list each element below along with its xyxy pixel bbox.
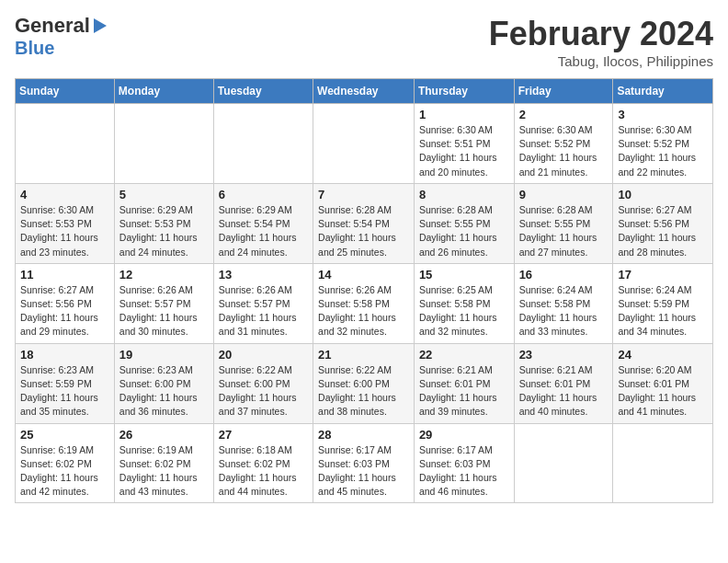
day-number: 14 <box>318 268 409 282</box>
logo-arrow-icon <box>94 18 107 33</box>
calendar-cell <box>313 104 415 184</box>
calendar-cell: 19Sunrise: 6:23 AM Sunset: 6:00 PM Dayli… <box>114 343 213 423</box>
day-detail: Sunrise: 6:17 AM Sunset: 6:03 PM Dayligh… <box>318 443 409 500</box>
calendar-cell: 16Sunrise: 6:24 AM Sunset: 5:58 PM Dayli… <box>514 263 613 343</box>
day-detail: Sunrise: 6:17 AM Sunset: 6:03 PM Dayligh… <box>419 443 509 500</box>
calendar-cell <box>213 104 313 184</box>
col-header-wednesday: Wednesday <box>313 79 415 104</box>
calendar-cell: 4Sunrise: 6:30 AM Sunset: 5:53 PM Daylig… <box>16 183 115 263</box>
day-detail: Sunrise: 6:21 AM Sunset: 6:01 PM Dayligh… <box>419 363 509 419</box>
day-detail: Sunrise: 6:28 AM Sunset: 5:55 PM Dayligh… <box>419 203 509 259</box>
day-detail: Sunrise: 6:23 AM Sunset: 6:00 PM Dayligh… <box>119 363 209 419</box>
day-number: 5 <box>119 188 209 201</box>
day-number: 8 <box>419 188 509 201</box>
calendar-cell: 21Sunrise: 6:22 AM Sunset: 6:00 PM Dayli… <box>313 343 415 423</box>
day-detail: Sunrise: 6:19 AM Sunset: 6:02 PM Dayligh… <box>119 443 209 500</box>
day-detail: Sunrise: 6:30 AM Sunset: 5:52 PM Dayligh… <box>519 123 609 179</box>
calendar-cell: 11Sunrise: 6:27 AM Sunset: 5:56 PM Dayli… <box>16 263 115 343</box>
day-detail: Sunrise: 6:27 AM Sunset: 5:56 PM Dayligh… <box>20 283 109 339</box>
title-block: February 2024 Tabug, Ilocos, Philippines <box>489 15 713 69</box>
page-header: General Blue February 2024 Tabug, Ilocos… <box>15 15 713 69</box>
day-detail: Sunrise: 6:24 AM Sunset: 5:58 PM Dayligh… <box>519 283 609 339</box>
col-header-monday: Monday <box>114 79 213 104</box>
day-number: 13 <box>219 268 308 282</box>
calendar-cell: 29Sunrise: 6:17 AM Sunset: 6:03 PM Dayli… <box>414 423 514 503</box>
location-subtitle: Tabug, Ilocos, Philippines <box>489 53 713 69</box>
col-header-sunday: Sunday <box>16 79 115 104</box>
day-detail: Sunrise: 6:28 AM Sunset: 5:55 PM Dayligh… <box>519 203 609 259</box>
calendar-cell: 18Sunrise: 6:23 AM Sunset: 5:59 PM Dayli… <box>16 343 115 423</box>
day-detail: Sunrise: 6:26 AM Sunset: 5:57 PM Dayligh… <box>219 283 308 339</box>
logo-blue: Blue <box>15 38 54 58</box>
day-number: 9 <box>519 188 609 201</box>
day-number: 4 <box>20 188 109 201</box>
calendar-cell: 27Sunrise: 6:18 AM Sunset: 6:02 PM Dayli… <box>213 423 313 503</box>
day-detail: Sunrise: 6:29 AM Sunset: 5:53 PM Dayligh… <box>119 203 209 259</box>
day-number: 6 <box>219 188 308 201</box>
calendar-cell: 25Sunrise: 6:19 AM Sunset: 6:02 PM Dayli… <box>16 423 115 503</box>
day-detail: Sunrise: 6:27 AM Sunset: 5:56 PM Dayligh… <box>618 203 708 259</box>
calendar-week-2: 11Sunrise: 6:27 AM Sunset: 5:56 PM Dayli… <box>16 263 713 343</box>
day-number: 16 <box>519 268 609 282</box>
calendar-cell <box>114 104 213 184</box>
day-number: 22 <box>419 348 509 362</box>
day-number: 28 <box>318 428 409 442</box>
calendar-cell: 5Sunrise: 6:29 AM Sunset: 5:53 PM Daylig… <box>114 183 213 263</box>
calendar-cell: 23Sunrise: 6:21 AM Sunset: 6:01 PM Dayli… <box>514 343 613 423</box>
col-header-tuesday: Tuesday <box>213 79 313 104</box>
day-number: 3 <box>618 108 708 121</box>
calendar-cell: 17Sunrise: 6:24 AM Sunset: 5:59 PM Dayli… <box>613 263 713 343</box>
logo: General Blue <box>15 15 107 59</box>
day-number: 19 <box>119 348 209 362</box>
calendar-cell: 12Sunrise: 6:26 AM Sunset: 5:57 PM Dayli… <box>114 263 213 343</box>
day-detail: Sunrise: 6:23 AM Sunset: 5:59 PM Dayligh… <box>20 363 109 419</box>
col-header-friday: Friday <box>514 79 613 104</box>
day-detail: Sunrise: 6:29 AM Sunset: 5:54 PM Dayligh… <box>219 203 308 259</box>
col-header-thursday: Thursday <box>414 79 514 104</box>
calendar-week-0: 1Sunrise: 6:30 AM Sunset: 5:51 PM Daylig… <box>16 104 713 184</box>
calendar-cell: 9Sunrise: 6:28 AM Sunset: 5:55 PM Daylig… <box>514 183 613 263</box>
day-number: 21 <box>318 348 409 362</box>
calendar-cell: 1Sunrise: 6:30 AM Sunset: 5:51 PM Daylig… <box>414 104 514 184</box>
day-number: 10 <box>618 188 708 201</box>
day-number: 20 <box>219 348 308 362</box>
day-detail: Sunrise: 6:19 AM Sunset: 6:02 PM Dayligh… <box>20 443 109 500</box>
calendar-cell: 8Sunrise: 6:28 AM Sunset: 5:55 PM Daylig… <box>414 183 514 263</box>
day-number: 23 <box>519 348 609 362</box>
day-number: 1 <box>419 108 509 121</box>
calendar-cell <box>613 423 713 503</box>
calendar-header-row: SundayMondayTuesdayWednesdayThursdayFrid… <box>16 79 713 104</box>
calendar-cell: 10Sunrise: 6:27 AM Sunset: 5:56 PM Dayli… <box>613 183 713 263</box>
col-header-saturday: Saturday <box>613 79 713 104</box>
calendar-cell: 3Sunrise: 6:30 AM Sunset: 5:52 PM Daylig… <box>613 104 713 184</box>
day-number: 12 <box>119 268 209 282</box>
calendar-cell <box>16 104 115 184</box>
day-detail: Sunrise: 6:24 AM Sunset: 5:59 PM Dayligh… <box>618 283 708 339</box>
calendar-week-4: 25Sunrise: 6:19 AM Sunset: 6:02 PM Dayli… <box>16 423 713 503</box>
calendar-week-3: 18Sunrise: 6:23 AM Sunset: 5:59 PM Dayli… <box>16 343 713 423</box>
calendar-cell: 24Sunrise: 6:20 AM Sunset: 6:01 PM Dayli… <box>613 343 713 423</box>
month-title: February 2024 <box>489 15 713 53</box>
day-detail: Sunrise: 6:28 AM Sunset: 5:54 PM Dayligh… <box>318 203 409 259</box>
day-detail: Sunrise: 6:30 AM Sunset: 5:51 PM Dayligh… <box>419 123 509 179</box>
day-number: 17 <box>618 268 708 282</box>
day-number: 29 <box>419 428 509 442</box>
day-detail: Sunrise: 6:30 AM Sunset: 5:52 PM Dayligh… <box>618 123 708 179</box>
day-number: 11 <box>20 268 109 282</box>
day-detail: Sunrise: 6:20 AM Sunset: 6:01 PM Dayligh… <box>618 363 708 419</box>
calendar-cell: 20Sunrise: 6:22 AM Sunset: 6:00 PM Dayli… <box>213 343 313 423</box>
calendar-cell: 28Sunrise: 6:17 AM Sunset: 6:03 PM Dayli… <box>313 423 415 503</box>
calendar-cell: 15Sunrise: 6:25 AM Sunset: 5:58 PM Dayli… <box>414 263 514 343</box>
calendar-cell: 6Sunrise: 6:29 AM Sunset: 5:54 PM Daylig… <box>213 183 313 263</box>
day-number: 25 <box>20 428 109 442</box>
day-number: 7 <box>318 188 409 201</box>
day-number: 15 <box>419 268 509 282</box>
day-number: 27 <box>219 428 308 442</box>
day-number: 26 <box>119 428 209 442</box>
day-detail: Sunrise: 6:30 AM Sunset: 5:53 PM Dayligh… <box>20 203 109 259</box>
calendar-cell: 13Sunrise: 6:26 AM Sunset: 5:57 PM Dayli… <box>213 263 313 343</box>
calendar-table: SundayMondayTuesdayWednesdayThursdayFrid… <box>15 78 713 503</box>
logo-general: General <box>15 15 90 37</box>
calendar-cell: 7Sunrise: 6:28 AM Sunset: 5:54 PM Daylig… <box>313 183 415 263</box>
day-detail: Sunrise: 6:22 AM Sunset: 6:00 PM Dayligh… <box>219 363 308 419</box>
